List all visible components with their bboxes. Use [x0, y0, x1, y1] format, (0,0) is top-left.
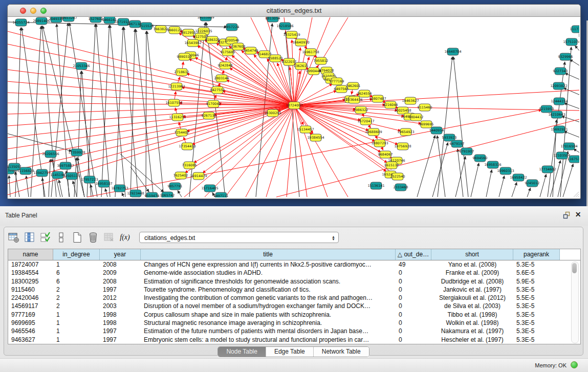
scrollbar-thumb[interactable] [572, 263, 577, 273]
graph-node-yellow[interactable]: 16914479 [190, 172, 207, 180]
delete-column-icon[interactable] [88, 232, 99, 243]
column-header-short[interactable]: short [431, 249, 513, 260]
graph-node-teal[interactable]: 6497111 [214, 192, 229, 198]
graph-node-teal[interactable]: 20891406 [33, 17, 50, 25]
graph-node-yellow[interactable]: 12213962 [168, 83, 185, 90]
graph-edge[interactable] [458, 149, 463, 197]
graph-node-teal[interactable]: 6791907 [460, 148, 474, 155]
new-column-icon[interactable] [72, 232, 83, 243]
graph-node-teal[interactable]: 15136141 [367, 182, 384, 189]
table-row[interactable]: 1456911722003Disruption of a novel membe… [8, 302, 580, 310]
table-row[interactable]: 911546021997Tourette syndrome. Phenomeno… [8, 286, 580, 294]
graph-node-yellow[interactable]: 15134457 [297, 126, 314, 133]
graph-edge[interactable] [564, 132, 579, 138]
graph-edge[interactable] [575, 46, 579, 52]
graph-edge[interactable] [527, 188, 531, 197]
graph-edge[interactable] [512, 182, 517, 197]
graph-edge[interactable] [540, 174, 546, 197]
column-header-title[interactable]: title [141, 249, 396, 260]
graph-node-yellow[interactable]: 7955812 [314, 57, 329, 64]
table-row[interactable]: 946362711997Embryonic stem cells: a mode… [8, 336, 580, 344]
graph-node-teal[interactable]: 17734602 [539, 166, 556, 173]
graph-node-teal[interactable]: 16033809 [197, 17, 214, 21]
column-header-out_de[interactable]: △ out_de… [396, 249, 431, 260]
graph-node-yellow[interactable]: 7462601 [346, 82, 361, 90]
vertical-scrollbar[interactable] [571, 261, 579, 343]
graph-node-yellow[interactable]: 16640910 [292, 39, 309, 46]
graph-edge[interactable] [105, 189, 107, 197]
graph-node-teal[interactable]: 13942757 [33, 169, 50, 177]
graph-edge[interactable] [8, 57, 294, 105]
graph-node-teal[interactable]: 9857791 [168, 183, 183, 190]
graph-edge[interactable] [184, 105, 294, 197]
graph-edge[interactable] [287, 105, 294, 197]
graph-node-yellow[interactable]: 7986322 [354, 106, 368, 114]
graph-node-yellow[interactable]: 9170042 [206, 100, 221, 107]
graph-node-yellow[interactable]: 1362615 [294, 62, 309, 70]
column-header-pagerank[interactable]: pagerank [513, 249, 560, 260]
graph-node-yellow[interactable]: 14463627 [402, 97, 419, 104]
graph-edge[interactable] [8, 103, 294, 105]
graph-node-yellow[interactable]: 19654923 [397, 128, 414, 136]
graph-node-teal[interactable]: 19218586 [276, 23, 293, 30]
table-row[interactable]: 2242004622012Investigating the contribut… [8, 294, 580, 302]
graph-node-yellow[interactable]: 7663822 [154, 26, 168, 33]
tab-edge-table[interactable]: Edge Table [266, 347, 314, 357]
graph-node-teal[interactable]: 20206556 [42, 150, 59, 158]
graph-node-teal[interactable]: 16958316 [484, 161, 501, 168]
graph-edge[interactable] [486, 170, 492, 197]
graph-node-yellow[interactable]: 7316085 [182, 162, 197, 169]
graph-edge[interactable] [122, 193, 124, 197]
table-selector-dropdown[interactable]: citations_edges.txt ▲▼ [139, 232, 339, 243]
graph-node-teal[interactable]: 16648784 [444, 48, 461, 55]
graph-node-yellow[interactable]: 2522540 [390, 173, 405, 180]
column-header-year[interactable]: year [100, 249, 141, 260]
graph-edge[interactable] [146, 31, 146, 197]
column-header-name[interactable]: name [8, 249, 53, 260]
graph-node-yellow[interactable]: 9267130 [202, 112, 216, 119]
graph-node-yellow[interactable]: 9699695 [419, 121, 434, 128]
tab-node-table[interactable]: Node Table [218, 347, 266, 357]
network-graph-canvas[interactable]: 1405572420891406204931710653287152760264… [8, 17, 579, 198]
graph-node-teal[interactable]: 2333468 [394, 184, 408, 191]
graph-node-yellow[interactable]: 9804412 [409, 114, 424, 121]
show-columns-icon[interactable] [24, 232, 35, 243]
graph-edge[interactable] [417, 136, 435, 197]
graph-node-yellow[interactable]: 8186328 [205, 36, 220, 43]
graph-node-teal[interactable]: 17016504 [560, 143, 577, 150]
resize-handle-icon[interactable] [572, 190, 579, 198]
table-settings-icon[interactable] [8, 232, 19, 243]
graph-node-yellow[interactable]: 2718612 [175, 69, 189, 76]
memory-status-icon[interactable] [571, 361, 578, 368]
graph-edge[interactable] [8, 105, 294, 149]
tab-network-table[interactable]: Network Table [314, 347, 369, 357]
graph-node-teal[interactable]: 15751074 [563, 38, 579, 46]
graph-edge[interactable] [574, 149, 579, 153]
graph-edge[interactable] [136, 29, 154, 197]
float-panel-icon[interactable] [563, 211, 571, 219]
graph-node-teal[interactable]: 14055724 [12, 19, 29, 26]
graph-node-yellow[interactable]: 6216044 [383, 101, 398, 108]
network-window-titlebar[interactable]: citations_edges.txt [8, 5, 580, 17]
graph-node-teal[interactable]: 9559474 [145, 192, 160, 198]
table-row[interactable]: 969969511998Structural magnetic resonanc… [8, 319, 580, 327]
graph-node-yellow[interactable]: 9115460 [418, 104, 432, 111]
graph-edge[interactable] [59, 180, 62, 197]
graph-node-teal[interactable]: 1167533 [568, 156, 579, 163]
graph-node-yellow[interactable]: 8454749 [244, 47, 258, 54]
graph-node-yellow[interactable]: 9242848 [218, 62, 233, 69]
graph-node-teal[interactable]: 10960313 [497, 167, 514, 174]
graph-node-yellow[interactable]: 7625402 [173, 172, 188, 179]
graph-edge[interactable] [187, 74, 294, 105]
graph-node-teal[interactable]: 1440954 [429, 127, 444, 134]
graph-node-yellow[interactable]: 3624554 [357, 90, 372, 97]
graph-edge[interactable] [294, 105, 328, 197]
graph-edge[interactable] [499, 176, 505, 197]
graph-edge[interactable] [294, 105, 385, 105]
graph-edge[interactable] [294, 105, 348, 197]
graph-node-yellow[interactable]: 1588520 [268, 55, 283, 62]
row-columns-icon[interactable] [56, 232, 67, 243]
graph-node-teal[interactable]: 7515526 [139, 23, 154, 30]
graph-node-teal[interactable]: 16782753 [111, 185, 128, 192]
graph-edge[interactable] [147, 31, 164, 197]
